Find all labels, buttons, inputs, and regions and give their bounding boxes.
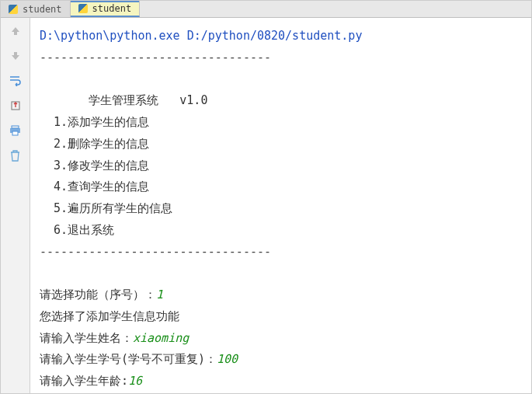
trash-icon[interactable] [9,148,23,162]
gutter-toolbar [1,18,30,393]
prompt-name: 请输入学生姓名： [40,331,133,345]
menu-item-5: 5.遍历所有学生的信息 [40,201,172,215]
main-area: D:\python\python.exe D:/python/0820/stud… [1,18,531,393]
command-line: D:\python\python.exe D:/python/0820/stud… [40,29,362,43]
arrow-down-icon[interactable] [9,49,23,63]
export-icon[interactable] [9,99,23,113]
console-output[interactable]: D:\python\python.exe D:/python/0820/stud… [30,18,531,393]
svg-rect-3 [12,131,18,135]
input-name: xiaoming [133,331,189,345]
separator: --------------------------------- [40,245,271,259]
tab-student-1[interactable]: student [1,1,71,17]
menu-item-1: 1.添加学生的信息 [40,115,149,129]
tab-bar: student student [1,1,531,18]
print-icon[interactable] [9,124,23,138]
menu-item-6: 6.退出系统 [40,223,114,237]
prompt-id: 请输入学生学号(学号不可重复)： [40,352,217,366]
tab-label: student [92,3,132,14]
separator: --------------------------------- [40,51,271,65]
menu-item-3: 3.修改学生的信息 [40,159,149,173]
input-id: 100 [217,352,238,366]
menu-item-2: 2.删除学生的信息 [40,137,149,151]
python-icon [9,5,18,14]
prompt-select: 请选择功能（序号）： [40,288,156,302]
tab-student-2[interactable]: student [71,1,141,17]
python-icon [78,4,88,13]
svg-rect-1 [12,126,19,128]
arrow-up-icon[interactable] [9,24,23,38]
system-title: 学生管理系统 v1.0 [40,93,207,107]
menu-item-4: 4.查询学生的信息 [40,180,149,194]
wrap-icon[interactable] [9,74,23,88]
prompt-age: 请输入学生年龄: [40,374,128,388]
input-select: 1 [156,288,163,302]
input-age: 16 [128,374,142,388]
selected-message: 您选择了添加学生信息功能 [40,309,179,323]
tab-label: student [23,4,62,15]
